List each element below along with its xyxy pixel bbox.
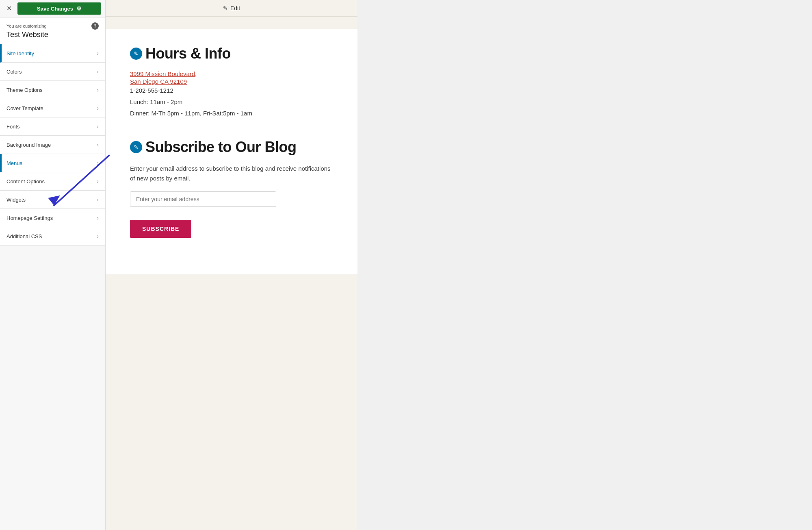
- sidebar-item-menus[interactable]: Menus ›: [0, 154, 105, 172]
- chevron-right-icon: ›: [97, 105, 99, 111]
- sidebar-item-additional-css[interactable]: Additional CSS ›: [0, 227, 105, 245]
- hours-dinner-text: Dinner: M-Th 5pm - 11pm, Fri-Sat:5pm - 1…: [130, 109, 333, 118]
- subscribe-heading: ✎ Subscribe to Our Blog: [130, 139, 333, 156]
- chevron-right-icon: ›: [97, 233, 99, 239]
- chevron-right-icon: ›: [97, 160, 99, 166]
- save-changes-button[interactable]: Save Changes ⚙: [17, 2, 101, 15]
- close-icon: ✕: [6, 5, 12, 12]
- subscribe-edit-icon[interactable]: ✎: [130, 141, 142, 153]
- hours-info-section: ✎ Hours & Info 3999 Mission Boulevard, S…: [130, 45, 333, 118]
- close-button[interactable]: ✕: [4, 4, 14, 13]
- subscribe-section: ✎ Subscribe to Our Blog Enter your email…: [130, 139, 333, 238]
- sidebar-item-label: Colors: [6, 69, 22, 75]
- sidebar-item-label: Homepage Settings: [6, 215, 53, 221]
- chevron-right-icon: ›: [97, 87, 99, 93]
- edit-icon: ✎: [223, 5, 228, 11]
- main-content: ✎ Edit ✎ Hours & Info 3999 Mission Boule…: [106, 0, 357, 530]
- help-icon[interactable]: ?: [91, 22, 99, 30]
- sidebar-item-label: Theme Options: [6, 87, 43, 93]
- sidebar-item-colors[interactable]: Colors ›: [0, 63, 105, 81]
- address-line2-link[interactable]: San Diego CA 92109: [130, 78, 333, 85]
- sidebar-item-homepage-settings[interactable]: Homepage Settings ›: [0, 209, 105, 227]
- nav-items: Site Identity › Colors › Theme Options ›…: [0, 44, 105, 530]
- sidebar-item-widgets[interactable]: Widgets ›: [0, 191, 105, 209]
- phone-text: 1-202-555-1212: [130, 86, 333, 96]
- chevron-right-icon: ›: [97, 178, 99, 185]
- page-body: ✎ Hours & Info 3999 Mission Boulevard, S…: [106, 29, 357, 274]
- sidebar-top-bar: ✕ Save Changes ⚙: [0, 0, 105, 17]
- chevron-right-icon: ›: [97, 123, 99, 130]
- sidebar-item-label: Widgets: [6, 197, 26, 203]
- address-line1-link[interactable]: 3999 Mission Boulevard,: [130, 70, 333, 77]
- sidebar-item-label: Content Options: [6, 178, 45, 185]
- sidebar-item-fonts[interactable]: Fonts ›: [0, 117, 105, 136]
- email-input[interactable]: [130, 191, 276, 207]
- subscribe-title: Subscribe to Our Blog: [145, 139, 297, 156]
- edit-button[interactable]: ✎ Edit: [223, 5, 240, 11]
- save-changes-label: Save Changes: [37, 6, 73, 12]
- sidebar-item-label: Menus: [6, 160, 22, 166]
- sidebar-item-label: Background Image: [6, 142, 51, 148]
- subscribe-description: Enter your email address to subscribe to…: [130, 164, 333, 183]
- sidebar-item-theme-options[interactable]: Theme Options ›: [0, 81, 105, 99]
- sidebar-item-label: Cover Template: [6, 105, 43, 111]
- sidebar-item-cover-template[interactable]: Cover Template ›: [0, 99, 105, 117]
- sidebar-item-label: Additional CSS: [6, 233, 42, 239]
- header-spacer: [106, 17, 357, 29]
- chevron-right-icon: ›: [97, 68, 99, 75]
- hours-info-title: Hours & Info: [145, 45, 231, 62]
- gear-icon: ⚙: [76, 5, 82, 12]
- sidebar-item-site-identity[interactable]: Site Identity ›: [0, 44, 105, 63]
- sidebar-item-label: Site Identity: [6, 50, 34, 56]
- customizing-label: You are customizing ?: [6, 22, 99, 30]
- subscribe-button[interactable]: SUBSCRIBE: [130, 220, 191, 238]
- sidebar-item-content-options[interactable]: Content Options ›: [0, 172, 105, 191]
- hours-info-edit-icon[interactable]: ✎: [130, 48, 142, 60]
- sidebar-item-background-image[interactable]: Background Image ›: [0, 136, 105, 154]
- chevron-right-icon: ›: [97, 215, 99, 221]
- sidebar-item-label: Fonts: [6, 124, 20, 130]
- chevron-right-icon: ›: [97, 196, 99, 203]
- hours-info-heading: ✎ Hours & Info: [130, 45, 333, 62]
- edit-bar: ✎ Edit: [106, 0, 357, 17]
- sidebar: ✕ Save Changes ⚙ You are customizing ? T…: [0, 0, 106, 530]
- chevron-right-icon: ›: [97, 141, 99, 148]
- chevron-right-icon: ›: [97, 50, 99, 56]
- hours-lunch-text: Lunch: 11am - 2pm: [130, 97, 333, 107]
- site-title: Test Website: [6, 30, 99, 39]
- edit-label: Edit: [230, 5, 240, 11]
- sidebar-site-info: You are customizing ? Test Website: [0, 17, 105, 44]
